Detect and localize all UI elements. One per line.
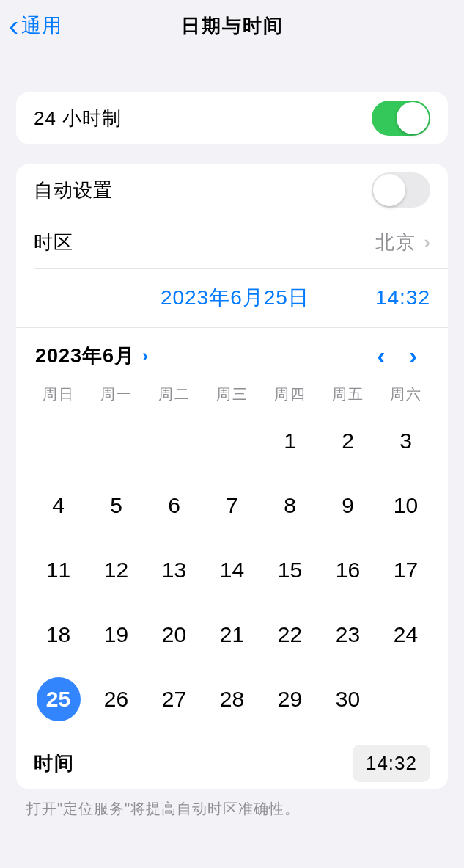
calendar-day[interactable]: 13	[145, 548, 203, 592]
calendar-empty-cell	[203, 419, 261, 463]
calendar-day[interactable]: 3	[377, 419, 435, 463]
calendar-day[interactable]: 25	[29, 677, 87, 721]
prev-month-button[interactable]: ‹	[365, 341, 397, 370]
calendar-day[interactable]: 10	[377, 484, 435, 528]
selected-time-button[interactable]: 14:32	[375, 286, 430, 310]
calendar-day[interactable]: 21	[203, 613, 261, 657]
weekday-header: 周六	[377, 380, 435, 409]
calendar-day[interactable]: 19	[87, 613, 145, 657]
calendar-day[interactable]: 12	[87, 548, 145, 592]
calendar-day[interactable]: 4	[29, 484, 87, 528]
timezone-value: 北京	[375, 230, 416, 255]
weekday-header: 周三	[203, 380, 261, 409]
calendar-day[interactable]: 9	[319, 484, 377, 528]
chevron-right-icon: ›	[424, 231, 430, 254]
calendar-day[interactable]: 22	[261, 613, 319, 657]
calendar-day[interactable]: 15	[261, 548, 319, 592]
calendar-day[interactable]: 29	[261, 677, 319, 721]
calendar-day[interactable]: 5	[87, 484, 145, 528]
selected-date-button[interactable]: 2023年6月25日	[161, 284, 309, 312]
timezone-row[interactable]: 时区 北京 ›	[16, 216, 448, 268]
month-label: 2023年6月	[35, 343, 135, 369]
calendar-day[interactable]: 26	[87, 677, 145, 721]
calendar-day[interactable]: 14	[203, 548, 261, 592]
weekday-header: 周二	[145, 380, 203, 409]
weekday-header: 周一	[87, 380, 145, 409]
calendar-empty-cell	[29, 419, 87, 463]
weekday-header: 周四	[261, 380, 319, 409]
month-picker-button[interactable]: 2023年6月 ›	[35, 343, 148, 369]
timezone-label: 时区	[34, 230, 73, 255]
auto-set-toggle[interactable]	[372, 172, 430, 208]
calendar-day[interactable]: 1	[261, 419, 319, 463]
calendar-empty-cell	[145, 419, 203, 463]
time-picker-button[interactable]: 14:32	[353, 745, 430, 782]
calendar-day[interactable]: 7	[203, 484, 261, 528]
auto-set-label: 自动设置	[34, 178, 113, 203]
time-label: 时间	[34, 751, 75, 776]
page-title: 日期与时间	[181, 13, 284, 39]
calendar-day[interactable]: 23	[319, 613, 377, 657]
calendar-day[interactable]: 2	[319, 419, 377, 463]
24h-label: 24 小时制	[34, 106, 122, 131]
calendar-day[interactable]: 17	[377, 548, 435, 592]
calendar-day[interactable]: 6	[145, 484, 203, 528]
24h-toggle[interactable]	[372, 101, 430, 136]
footer-note: 打开"定位服务"将提高自动时区准确性。	[0, 789, 464, 829]
calendar-day[interactable]: 16	[319, 548, 377, 592]
calendar-day[interactable]: 18	[29, 613, 87, 657]
weekday-header: 周日	[29, 380, 87, 409]
chevron-right-icon: ›	[142, 346, 148, 366]
calendar-empty-cell	[87, 419, 145, 463]
calendar-day[interactable]: 28	[203, 677, 261, 721]
calendar-day[interactable]: 27	[145, 677, 203, 721]
calendar-day[interactable]: 8	[261, 484, 319, 528]
calendar-day[interactable]: 20	[145, 613, 203, 657]
calendar-day[interactable]: 11	[29, 548, 87, 592]
calendar-day[interactable]: 24	[377, 613, 435, 657]
back-button[interactable]: ‹ 通用	[9, 11, 62, 40]
back-label: 通用	[21, 12, 62, 39]
weekday-header: 周五	[319, 380, 377, 409]
chevron-left-icon: ‹	[9, 11, 18, 40]
calendar-day[interactable]: 30	[319, 677, 377, 721]
next-month-button[interactable]: ›	[397, 341, 429, 370]
